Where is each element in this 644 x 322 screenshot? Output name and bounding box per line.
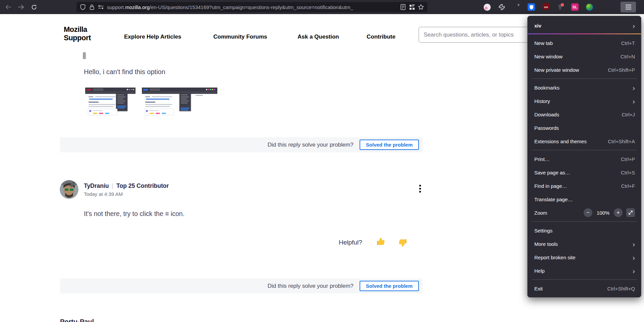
menu-item-exit[interactable]: ExitCtrl+Shift+Q bbox=[528, 282, 641, 295]
forward-button[interactable] bbox=[15, 0, 28, 14]
menu-item-translate-page[interactable]: Translate page… bbox=[528, 193, 641, 206]
menu-item-passwords[interactable]: Passwords bbox=[528, 121, 641, 135]
chevron-right-icon: › bbox=[633, 84, 635, 91]
firefox-app-menu: xiv› New tabCtrl+T New windowCtrl+N New … bbox=[527, 16, 641, 298]
ublock-badge-text: UO bbox=[544, 6, 548, 9]
attachment-thumbnail-1[interactable] bbox=[85, 88, 136, 116]
idm-globe-icon[interactable] bbox=[586, 4, 593, 11]
browser-toolbar: support.mozilla.org/en-US/questions/1534… bbox=[0, 0, 644, 14]
next-post-author: Portu-Paul bbox=[60, 318, 94, 322]
author-name[interactable]: TyDraniu bbox=[84, 182, 109, 190]
mozilla-support-logo[interactable]: Mozilla Support bbox=[64, 25, 91, 42]
zoom-out-button[interactable]: − bbox=[584, 208, 592, 217]
menu-item-new-window[interactable]: New windowCtrl+N bbox=[528, 50, 641, 63]
clipped-content-fragment bbox=[83, 52, 86, 59]
simplelogin-badge-text: SL bbox=[573, 5, 577, 9]
bitwarden-icon[interactable] bbox=[528, 3, 535, 11]
menu-item-extensions-and-themes[interactable]: Extensions and themesCtrl+Shift+A bbox=[528, 135, 641, 148]
thumbs-up-button[interactable] bbox=[376, 237, 386, 246]
chevron-right-icon: › bbox=[633, 254, 635, 261]
reader-view-icon[interactable] bbox=[400, 4, 406, 10]
open-in-container-icon[interactable] bbox=[409, 4, 415, 10]
solve-bar-2: Did this reply solve your problem? Solve… bbox=[60, 278, 423, 293]
nav-community-forums[interactable]: Community Forums bbox=[213, 34, 267, 40]
solved-the-problem-button[interactable]: Solved the problem bbox=[360, 281, 419, 291]
back-button[interactable] bbox=[2, 0, 15, 14]
fullscreen-button[interactable] bbox=[626, 208, 635, 217]
nav-contribute[interactable]: Contribute bbox=[367, 34, 395, 40]
menu-item-settings[interactable]: Settings bbox=[528, 224, 641, 237]
helpful-label: Helpful? bbox=[339, 239, 362, 246]
post-options-kebab-icon[interactable] bbox=[417, 183, 423, 194]
menu-item-history[interactable]: History› bbox=[528, 94, 641, 108]
account-gradient-divider bbox=[528, 34, 641, 34]
menu-separator bbox=[532, 279, 637, 280]
avatar[interactable] bbox=[60, 180, 78, 199]
solved-the-problem-button[interactable]: Solved the problem bbox=[360, 140, 419, 150]
menu-item-print[interactable]: Print…Ctrl+P bbox=[528, 152, 641, 166]
question-message: Hello, i can't find this option bbox=[84, 68, 165, 76]
menu-item-new-tab[interactable]: New tabCtrl+T bbox=[528, 36, 641, 50]
zoom-level-value[interactable]: 100% bbox=[596, 210, 610, 216]
menu-item-find-in-page[interactable]: Find in page…Ctrl+F bbox=[528, 179, 641, 193]
author-separator: | bbox=[112, 182, 114, 190]
thumb-form-card bbox=[88, 109, 117, 115]
nav-explore-help-articles[interactable]: Explore Help Articles bbox=[124, 34, 181, 40]
menu-separator bbox=[532, 78, 637, 79]
logo-line1: Mozilla bbox=[64, 25, 91, 34]
solve-bar-1: Did this reply solve your problem? Solve… bbox=[60, 137, 423, 152]
extension-toolbar: + UO SL bbox=[484, 0, 593, 14]
thumb-browser-bar bbox=[85, 88, 136, 92]
author-badge: Top 25 Contributor bbox=[116, 182, 169, 190]
nav-ask-a-question[interactable]: Ask a Question bbox=[298, 34, 339, 40]
addons-grid-icon[interactable]: + bbox=[513, 3, 520, 11]
pin-flag bbox=[561, 3, 564, 6]
chevron-right-icon: › bbox=[633, 267, 635, 274]
profile-extension-icon[interactable] bbox=[484, 4, 491, 11]
thumb-menu-panel bbox=[116, 93, 127, 111]
menu-item-help[interactable]: Help› bbox=[528, 264, 641, 277]
thumb-form-card bbox=[145, 109, 174, 115]
attachment-thumbnail-2[interactable] bbox=[142, 88, 217, 116]
tracking-shield-icon[interactable] bbox=[80, 4, 86, 10]
menu-item-account[interactable]: xiv› bbox=[528, 18, 641, 33]
menu-hamburger-button[interactable] bbox=[621, 2, 636, 12]
menu-item-bookmarks[interactable]: Bookmarks› bbox=[528, 81, 641, 94]
thumb-browser-bar bbox=[142, 88, 217, 92]
lock-icon[interactable] bbox=[89, 4, 95, 10]
solve-question: Did this reply solve your problem? bbox=[268, 283, 354, 289]
thumb-menu-panel bbox=[179, 93, 191, 111]
thumbs-down-button[interactable] bbox=[398, 238, 407, 248]
search-input[interactable] bbox=[419, 27, 530, 43]
menu-item-save-page-as[interactable]: Save page as…Ctrl+S bbox=[528, 166, 641, 179]
zoom-in-button[interactable]: + bbox=[614, 208, 623, 217]
chevron-right-icon: › bbox=[633, 98, 635, 105]
simplelogin-icon[interactable]: SL bbox=[571, 3, 579, 11]
post-timestamp: Today at 4:39 AM bbox=[84, 191, 123, 197]
solve-question: Did this reply solve your problem? bbox=[268, 142, 354, 148]
extension-pin-icon[interactable] bbox=[557, 3, 564, 11]
chevron-right-icon: › bbox=[633, 240, 635, 248]
reply-message: It's not there, try to click the ≡ icon. bbox=[84, 210, 184, 218]
extensions-puzzle-icon[interactable] bbox=[498, 3, 505, 11]
logo-line2: Support bbox=[64, 34, 91, 42]
menu-separator bbox=[532, 221, 637, 222]
menu-separator bbox=[532, 150, 637, 150]
permissions-toggle-icon[interactable] bbox=[98, 4, 104, 10]
bookmark-star-icon[interactable] bbox=[418, 4, 424, 10]
url-text: support.mozilla.org/en-US/questions/1534… bbox=[107, 4, 397, 10]
address-bar[interactable]: support.mozilla.org/en-US/questions/1534… bbox=[76, 2, 427, 12]
menu-item-report-broken-site[interactable]: Report broken site› bbox=[528, 251, 641, 264]
ublock-origin-icon[interactable]: UO bbox=[543, 3, 550, 11]
menu-item-zoom: Zoom − 100% + bbox=[528, 206, 641, 219]
menu-item-downloads[interactable]: DownloadsCtrl+J bbox=[528, 108, 641, 121]
menu-item-new-private-window[interactable]: New private windowCtrl+Shift+P bbox=[528, 63, 641, 76]
reload-button[interactable] bbox=[28, 0, 40, 14]
menu-item-more-tools[interactable]: More tools› bbox=[528, 237, 641, 251]
chevron-right-icon: › bbox=[633, 22, 635, 29]
